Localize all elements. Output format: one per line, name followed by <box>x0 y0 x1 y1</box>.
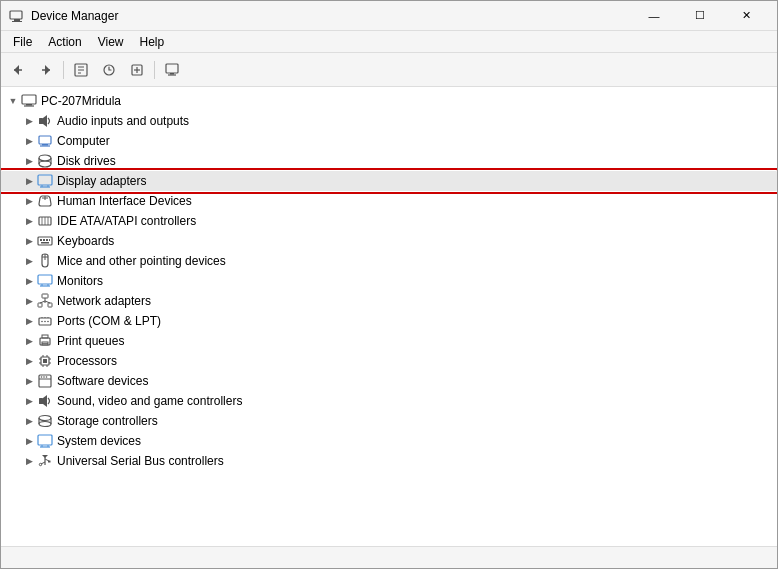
svg-rect-40 <box>40 239 42 241</box>
maximize-button[interactable]: ☐ <box>677 1 723 31</box>
tree-item-sound[interactable]: ▶ Sound, video and game controllers <box>1 391 777 411</box>
software-expand-icon[interactable]: ▶ <box>21 373 37 389</box>
svg-rect-65 <box>42 335 48 338</box>
svg-rect-43 <box>49 239 50 241</box>
processors-label: Processors <box>57 354 117 368</box>
ports-label: Ports (COM & LPT) <box>57 314 161 328</box>
processors-expand-icon[interactable]: ▶ <box>21 353 37 369</box>
tree-item-usb[interactable]: ▶ Universal Serial Bus controllers <box>1 451 777 471</box>
menu-file[interactable]: File <box>5 33 40 51</box>
svg-rect-1 <box>14 19 20 21</box>
print-icon <box>37 333 53 349</box>
svg-rect-21 <box>39 118 43 124</box>
svg-point-81 <box>43 376 45 378</box>
usb-label: Universal Serial Bus controllers <box>57 454 224 468</box>
tree-item-keyboard[interactable]: ▶ Keyboards <box>1 231 777 251</box>
audio-expand-icon[interactable]: ▶ <box>21 113 37 129</box>
menu-action[interactable]: Action <box>40 33 89 51</box>
hid-expand-icon[interactable]: ▶ <box>21 193 37 209</box>
tree-item-hid[interactable]: ▶ Human Interface Devices <box>1 191 777 211</box>
close-button[interactable]: ✕ <box>723 1 769 31</box>
svg-line-55 <box>40 301 45 303</box>
tree-item-disk[interactable]: ▶ Disk drives <box>1 151 777 171</box>
toolbar-separator-2 <box>154 61 155 79</box>
svg-rect-39 <box>38 237 52 245</box>
keyboard-icon <box>37 233 53 249</box>
tree-item-processors[interactable]: ▶ Processors <box>1 351 777 371</box>
disk-expand-icon[interactable]: ▶ <box>21 153 37 169</box>
svg-point-80 <box>41 376 43 378</box>
ide-icon <box>37 213 53 229</box>
menu-help[interactable]: Help <box>132 33 173 51</box>
tree-item-computer[interactable]: ▶ Computer <box>1 131 777 151</box>
svg-rect-83 <box>39 398 43 404</box>
hid-icon <box>37 193 53 209</box>
minimize-button[interactable]: — <box>631 1 677 31</box>
properties-button[interactable] <box>68 57 94 83</box>
toolbar <box>1 53 777 87</box>
tree-item-system[interactable]: ▶ System devices <box>1 431 777 451</box>
computer-label: Computer <box>57 134 110 148</box>
display-mode-button[interactable] <box>159 57 185 83</box>
storage-expand-icon[interactable]: ▶ <box>21 413 37 429</box>
svg-line-56 <box>45 301 50 303</box>
svg-rect-69 <box>43 359 47 363</box>
scan-changes-button[interactable] <box>96 57 122 83</box>
main-content: ▼ PC-207Mridula ▶ <box>1 87 777 546</box>
monitors-expand-icon[interactable]: ▶ <box>21 273 37 289</box>
device-tree-panel[interactable]: ▼ PC-207Mridula ▶ <box>1 87 777 546</box>
computer-expand-icon[interactable]: ▶ <box>21 133 37 149</box>
root-expand-icon[interactable]: ▼ <box>5 93 21 109</box>
keyboard-expand-icon[interactable]: ▶ <box>21 233 37 249</box>
svg-rect-23 <box>42 144 48 146</box>
svg-rect-18 <box>22 95 36 104</box>
back-button[interactable] <box>5 57 31 83</box>
ports-icon <box>37 313 53 329</box>
svg-rect-44 <box>41 242 49 244</box>
menu-view[interactable]: View <box>90 33 132 51</box>
tree-item-audio[interactable]: ▶ Audio inputs and outputs <box>1 111 777 131</box>
network-expand-icon[interactable]: ▶ <box>21 293 37 309</box>
svg-point-84 <box>39 416 51 421</box>
tree-item-ports[interactable]: ▶ Ports (COM & LPT) <box>1 311 777 331</box>
root-label: PC-207Mridula <box>41 94 121 108</box>
svg-rect-15 <box>166 64 178 73</box>
forward-button[interactable] <box>33 57 59 83</box>
display-expand-icon[interactable]: ▶ <box>21 173 37 189</box>
keyboard-label: Keyboards <box>57 234 114 248</box>
tree-item-monitors[interactable]: ▶ Monitors <box>1 271 777 291</box>
mice-label: Mice and other pointing devices <box>57 254 226 268</box>
disk-label: Disk drives <box>57 154 116 168</box>
ide-expand-icon[interactable]: ▶ <box>21 213 37 229</box>
svg-rect-95 <box>48 461 51 463</box>
svg-point-60 <box>47 321 49 323</box>
tree-root[interactable]: ▼ PC-207Mridula <box>1 91 777 111</box>
sound-expand-icon[interactable]: ▶ <box>21 393 37 409</box>
system-expand-icon[interactable]: ▶ <box>21 433 37 449</box>
tree-item-mice[interactable]: ▶ Mice and other pointing devices <box>1 251 777 271</box>
ports-expand-icon[interactable]: ▶ <box>21 313 37 329</box>
tree-item-storage[interactable]: ▶ Storage controllers <box>1 411 777 431</box>
svg-point-87 <box>39 422 51 427</box>
svg-rect-29 <box>38 175 52 185</box>
print-expand-icon[interactable]: ▶ <box>21 333 37 349</box>
sound-label: Sound, video and game controllers <box>57 394 242 408</box>
tree-item-display[interactable]: ▶ Display adapters <box>1 171 777 191</box>
tree-item-software[interactable]: ▶ Software devices <box>1 371 777 391</box>
svg-rect-16 <box>170 73 174 75</box>
disk-icon <box>37 153 53 169</box>
tree-item-network[interactable]: ▶ Network adapters <box>1 291 777 311</box>
svg-point-82 <box>46 376 48 378</box>
display-label: Display adapters <box>57 174 146 188</box>
svg-rect-47 <box>38 275 52 284</box>
mouse-icon <box>37 253 53 269</box>
monitors-icon <box>37 273 53 289</box>
update-driver-button[interactable] <box>124 57 150 83</box>
window-controls: — ☐ ✕ <box>631 1 769 31</box>
mice-expand-icon[interactable]: ▶ <box>21 253 37 269</box>
menu-bar: File Action View Help <box>1 31 777 53</box>
tree-item-print[interactable]: ▶ Print queues <box>1 331 777 351</box>
svg-point-59 <box>44 321 46 323</box>
usb-expand-icon[interactable]: ▶ <box>21 453 37 469</box>
tree-item-ide[interactable]: ▶ IDE ATA/ATAPI controllers <box>1 211 777 231</box>
